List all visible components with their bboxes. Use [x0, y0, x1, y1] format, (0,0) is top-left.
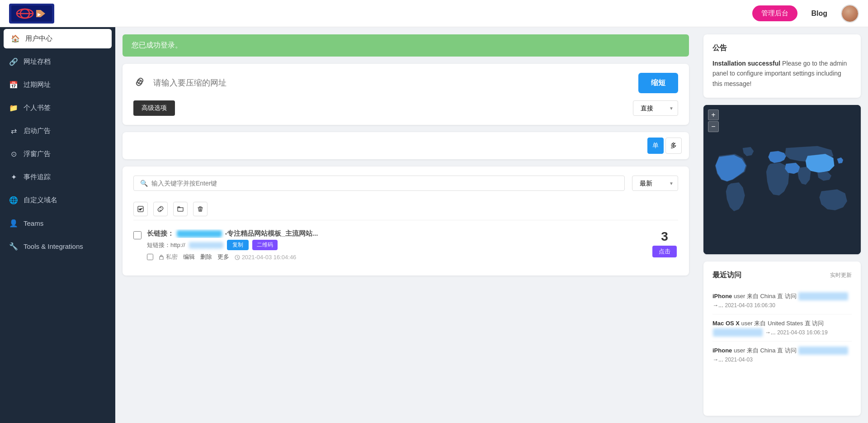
sidebar-item-teams[interactable]: 👤 Teams	[0, 212, 115, 235]
announcement-card: 公告 Installation successful Please go to …	[703, 34, 861, 98]
url-input[interactable]	[153, 78, 631, 88]
delete-action[interactable]: 删除	[200, 253, 212, 261]
long-url-suffix: -专注精品网站模板_主流网站...	[225, 229, 318, 237]
admin-backend-button[interactable]: 管理后台	[752, 5, 797, 21]
short-url-row: 短链接：http:// ████████ 复制 二维码	[147, 240, 646, 250]
url-input-card: 缩短 高级选项 直接 跳转 iframe	[123, 64, 689, 125]
more-action[interactable]: 更多	[217, 253, 229, 261]
search-icon: 🔍	[140, 180, 148, 187]
url-input-row: 缩短	[133, 73, 678, 93]
private-button[interactable]: 私密	[159, 253, 178, 261]
action-icons-row	[133, 198, 678, 220]
click-count: 3	[651, 229, 678, 244]
recent-header: 最近访问 实时更新	[712, 271, 852, 280]
long-url-prefix: 长链接：	[147, 229, 174, 237]
visit-item: iPhone user 来自 China 直 访问 ████████████ →…	[712, 287, 852, 314]
search-input[interactable]	[151, 180, 618, 187]
avatar[interactable]	[841, 5, 859, 23]
visit-link-1: ████████████	[798, 292, 848, 300]
url-chain-icon	[133, 76, 146, 91]
link-meta-row: 私密 编辑 删除 更多 2021-04-03 16:04:46	[147, 253, 646, 261]
link-icon: 🔗	[9, 57, 18, 66]
logo[interactable]: ▶	[9, 4, 54, 24]
recent-card: 最近访问 实时更新 iPhone user 来自 China 直 访问 ████…	[703, 261, 861, 416]
sidebar-item-event-tracking[interactable]: ✦ 事件追踪	[0, 166, 115, 189]
edit-action[interactable]: 编辑	[183, 253, 195, 261]
sort-wrapper: 最新 最早 点击最多	[632, 176, 678, 191]
delete-action-button[interactable]	[193, 202, 208, 216]
short-url-domain: ████████	[189, 242, 223, 248]
redirect-type-wrapper: 直接 跳转 iframe	[633, 100, 678, 116]
copy-button[interactable]: 复制	[227, 240, 249, 250]
visit-link-3: ████████████	[798, 347, 848, 355]
toggle-row: 单 多	[130, 136, 682, 156]
visit-arrow-3: →...	[712, 356, 723, 363]
success-banner: 您已成功登录。	[123, 34, 689, 57]
sidebar-item-custom-domain[interactable]: 🌐 自定义域名	[0, 189, 115, 212]
link-details: 长链接： ██████████ -专注精品网站模板_主流网站... 短链接：ht…	[147, 229, 646, 261]
search-sort-row: 🔍 最新 最早 点击最多	[133, 176, 678, 191]
sidebar-item-bookmarks[interactable]: 📁 个人书签	[0, 96, 115, 119]
visit-origin-2: user 来自 United States 直 访问	[741, 320, 824, 327]
realtime-badge: 实时更新	[830, 271, 852, 279]
single-mode-button[interactable]: 单	[647, 138, 664, 154]
link-action-button[interactable]	[153, 202, 168, 216]
sidebar: 🏠 用户中心 🔗 网址存档 📅 过期网址 📁 个人书签 ⇄ 启动广告 ⊙ 浮窗广…	[0, 27, 115, 423]
link-item: 长链接： ██████████ -专注精品网站模板_主流网站... 短链接：ht…	[133, 224, 678, 266]
sidebar-item-tools[interactable]: 🔧 Tools & Integrations	[0, 235, 115, 258]
folder-action-button[interactable]	[173, 202, 188, 216]
recent-title: 最近访问	[712, 271, 741, 280]
search-wrap: 🔍	[133, 176, 625, 191]
visit-device-2: Mac OS X	[712, 320, 740, 327]
sidebar-item-float-ads[interactable]: ⊙ 浮窗广告	[0, 143, 115, 166]
blog-link[interactable]: Blog	[811, 10, 827, 18]
announcement-title: 公告	[712, 43, 852, 53]
announcement-text: Installation successful Please go to the…	[712, 58, 852, 89]
float-icon: ⊙	[9, 150, 18, 158]
advanced-options-button[interactable]: 高级选项	[133, 100, 175, 116]
click-stats-button[interactable]: 点击	[652, 246, 677, 257]
visit-arrow-2: →...	[765, 329, 776, 336]
timestamp: 2021-04-03 16:04:46	[235, 254, 296, 261]
sort-select[interactable]: 最新 最早 点击最多	[632, 176, 678, 191]
folder-icon: 📁	[9, 104, 18, 112]
map-controls: + −	[708, 109, 719, 132]
link-checkbox[interactable]	[133, 231, 142, 239]
calendar-icon: 📅	[9, 81, 18, 89]
svg-text:▶: ▶	[38, 12, 41, 17]
url-options-row: 高级选项 直接 跳转 iframe	[133, 100, 678, 116]
sidebar-item-url-archive[interactable]: 🔗 网址存档	[0, 50, 115, 73]
shorten-button[interactable]: 缩短	[638, 73, 678, 93]
teams-icon: 👤	[9, 219, 18, 228]
right-panel: 公告 Installation successful Please go to …	[696, 27, 868, 423]
header: ▶ 管理后台 Blog	[0, 0, 868, 27]
visit-time-3: 2021-04-03	[725, 356, 752, 363]
multi-mode-button[interactable]: 多	[665, 138, 682, 154]
sidebar-item-user-center[interactable]: 🏠 用户中心	[4, 29, 112, 48]
main-layout: 🏠 用户中心 🔗 网址存档 📅 过期网址 📁 个人书签 ⇄ 启动广告 ⊙ 浮窗广…	[0, 27, 868, 423]
map-zoom-out[interactable]: −	[708, 121, 719, 132]
globe-icon: 🌐	[9, 196, 18, 204]
qr-button[interactable]: 二维码	[252, 240, 278, 250]
visit-device-3: iPhone	[712, 347, 732, 354]
sidebar-item-expired-urls[interactable]: 📅 过期网址	[0, 73, 115, 96]
select-all-button[interactable]	[133, 202, 148, 216]
visit-arrow-1: →...	[712, 302, 723, 309]
redirect-type-select[interactable]: 直接 跳转 iframe	[633, 100, 678, 116]
visit-link-2: ████████████	[713, 328, 763, 337]
long-url: 长链接： ██████████ -专注精品网站模板_主流网站...	[147, 229, 646, 238]
home-icon: 🏠	[11, 34, 20, 43]
announcement-bold: Installation successful	[712, 60, 780, 67]
success-text: 您已成功登录。	[132, 41, 182, 49]
link-stats: 3 点击	[651, 229, 678, 257]
startup-icon: ⇄	[9, 127, 18, 135]
map-zoom-in[interactable]: +	[708, 109, 719, 120]
private-checkbox[interactable]	[147, 254, 153, 260]
sidebar-item-startup-ads[interactable]: ⇄ 启动广告	[0, 119, 115, 143]
short-url-prefix: 短链接：http://	[147, 241, 185, 249]
svg-rect-6	[160, 257, 163, 260]
visit-origin-3: user 来自 China 直 访问	[734, 347, 798, 354]
tracking-icon: ✦	[9, 173, 18, 181]
visit-device-1: iPhone	[712, 293, 732, 299]
header-right: 管理后台 Blog	[752, 5, 859, 23]
